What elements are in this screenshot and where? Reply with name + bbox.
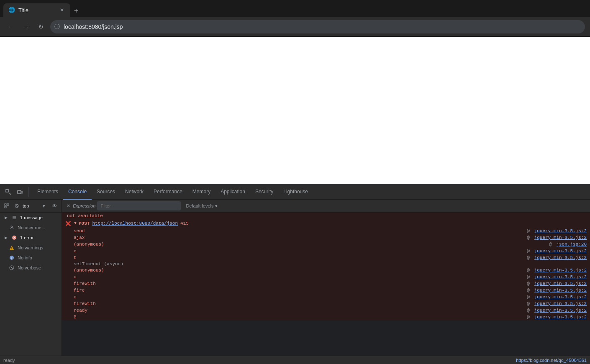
devtools-main: ✕ Expression Default levels ▾ not availa… xyxy=(62,200,590,356)
console-expression-close[interactable]: ✕ xyxy=(65,203,71,209)
stack-loc-send: @ jquery.min-3.5.js:2 xyxy=(527,228,587,233)
stack-frame-c2: c @ jquery.min-3.5.js:2 xyxy=(62,294,590,300)
stack-loc-anon1: @ json.jsp:20 xyxy=(549,242,587,247)
not-available-row: not available xyxy=(62,213,590,220)
eye-button[interactable]: 👁 xyxy=(50,201,59,210)
back-button[interactable]: ← xyxy=(5,21,17,33)
reload-button[interactable]: ↻ xyxy=(35,21,47,33)
svg-line-9 xyxy=(17,206,18,207)
svg-text:✕: ✕ xyxy=(13,236,16,240)
stack-frame-e: e @ jquery.min-3.5.js:2 xyxy=(62,248,590,254)
stack-loc-e: @ jquery.min-3.5.js:2 xyxy=(527,249,587,254)
svg-point-13 xyxy=(11,226,13,228)
stack-frame-anon2: (anonymous) @ jquery.min-3.5.js:2 xyxy=(62,267,590,274)
tab-strip: 🌐 Title ✕ + xyxy=(3,0,587,17)
browser-toolbar: ← → ↻ ⓘ xyxy=(0,17,590,37)
new-tab-button[interactable]: + xyxy=(70,5,82,17)
page-content xyxy=(0,37,590,184)
inspect-element-button[interactable] xyxy=(3,187,13,197)
svg-rect-5 xyxy=(5,206,6,208)
address-input[interactable] xyxy=(50,20,585,33)
devtools-statusbar: ready https://blog.csdn.net/qq_45004361 xyxy=(0,356,590,364)
svg-text:i: i xyxy=(11,256,12,260)
sidebar-toolbar: top ▾ 👁 xyxy=(0,200,62,213)
tab-sources[interactable]: Sources xyxy=(92,185,120,200)
console-toolbar: ✕ Expression Default levels ▾ xyxy=(62,200,590,213)
sidebar-item-errors[interactable]: ▶ ✕ 1 error xyxy=(0,233,62,243)
error-indicator: ❌ xyxy=(65,221,71,226)
chevron-down-icon: ▾ xyxy=(215,203,218,209)
tab-elements[interactable]: Elements xyxy=(32,185,63,200)
info-label: No info xyxy=(18,255,32,260)
devtools-sidebar: top ▾ 👁 ▶ 1 message xyxy=(0,200,62,356)
stack-name-firewith2: fireWith xyxy=(74,301,157,306)
stack-loc-anon2: @ jquery.min-3.5.js:2 xyxy=(527,268,587,273)
sidebar-icon-btn2[interactable] xyxy=(13,202,21,210)
sidebar-item-verbose[interactable]: No verbose xyxy=(0,263,62,273)
devtools-icon-group xyxy=(3,187,29,197)
stack-loc-ajax: @ jquery.min-3.5.js:2 xyxy=(527,235,587,240)
stack-name-anon1: (anonymous) xyxy=(74,242,157,247)
sidebar-item-user[interactable]: No user me... xyxy=(0,223,62,233)
tab-close-button[interactable]: ✕ xyxy=(59,7,65,13)
sidebar-item-warnings[interactable]: ! No warnings xyxy=(0,243,62,253)
tab-network[interactable]: Network xyxy=(120,185,149,200)
stack-loc-c1: @ jquery.min-3.5.js:2 xyxy=(527,274,587,279)
tab-favicon: 🌐 xyxy=(8,7,15,13)
stack-name-ajax: ajax xyxy=(74,235,157,240)
status-text: ready xyxy=(3,358,15,363)
tab-security[interactable]: Security xyxy=(250,185,278,200)
address-bar-wrap: ⓘ xyxy=(50,20,585,33)
verbose-label: No verbose xyxy=(18,265,41,270)
verbose-icon xyxy=(8,264,15,271)
stack-frame-ajax: ajax @ jquery.min-3.5.js:2 xyxy=(62,234,590,241)
stack-frame-fire: fire @ jquery.min-3.5.js:2 xyxy=(62,287,590,294)
error-expand[interactable]: ▼ xyxy=(73,221,78,226)
status-link[interactable]: https://blog.csdn.net/qq_45004361 xyxy=(516,358,587,363)
stack-loc-c2: @ jquery.min-3.5.js:2 xyxy=(527,295,587,300)
async-label: setTimeout (async) xyxy=(74,261,123,267)
forward-button[interactable]: → xyxy=(20,21,32,33)
stack-name-t: t xyxy=(74,255,157,260)
sidebar-item-messages[interactable]: ▶ 1 message xyxy=(0,213,62,223)
svg-rect-4 xyxy=(5,204,6,205)
errors-label: 1 error xyxy=(20,235,33,240)
tab-console[interactable]: Console xyxy=(63,185,92,200)
user-label: No user me... xyxy=(18,225,45,230)
stack-name-c2: c xyxy=(74,295,157,300)
expression-label: Expression xyxy=(73,203,95,208)
sidebar-icon-btn1[interactable] xyxy=(3,202,11,210)
stack-frame-ready: ready @ jquery.min-3.5.js:2 xyxy=(62,307,590,314)
tab-lighthouse[interactable]: Lighthouse xyxy=(278,185,313,200)
context-dropdown-arrow[interactable]: ▾ xyxy=(40,202,48,210)
stack-name-c1: c xyxy=(74,274,157,279)
error-url-link[interactable]: http://localhost:8080/data/json xyxy=(92,221,178,226)
warning-icon: ! xyxy=(8,244,15,251)
active-tab[interactable]: 🌐 Title ✕ xyxy=(3,3,70,17)
stack-name-send: send xyxy=(74,228,157,233)
stack-frame-settimeout: setTimeout (async) xyxy=(62,261,590,267)
stack-loc-ready: @ jquery.min-3.5.js:2 xyxy=(527,308,587,313)
filter-input[interactable] xyxy=(97,201,181,210)
stack-name-firewith1: fireWith xyxy=(74,281,157,286)
tab-application[interactable]: Application xyxy=(215,185,250,200)
error-post-row[interactable]: ❌ ▼ POST http://localhost:8080/data/json… xyxy=(62,220,590,228)
stack-frame-c1: c @ jquery.min-3.5.js:2 xyxy=(62,274,590,280)
svg-text:!: ! xyxy=(11,247,12,250)
stack-loc-fire: @ jquery.min-3.5.js:2 xyxy=(527,288,587,293)
stack-loc-firewith2: @ jquery.min-3.5.js:2 xyxy=(527,301,587,306)
stack-frame-t: t @ jquery.min-3.5.js:2 xyxy=(62,254,590,261)
devtools-body: top ▾ 👁 ▶ 1 message xyxy=(0,200,590,356)
stack-frame-firewith2: fireWith @ jquery.min-3.5.js:2 xyxy=(62,300,590,307)
console-output[interactable]: not available ❌ ▼ POST http://localhost:… xyxy=(62,213,590,356)
svg-line-1 xyxy=(9,193,11,195)
tab-performance[interactable]: Performance xyxy=(149,185,187,200)
device-toolbar-button[interactable] xyxy=(15,187,25,197)
browser-titlebar: 🌐 Title ✕ + xyxy=(0,0,590,17)
tab-memory[interactable]: Memory xyxy=(187,185,215,200)
default-levels-button[interactable]: Default levels ▾ xyxy=(182,201,221,210)
stack-frame-b: B @ jquery.min-3.5.js:2 xyxy=(62,314,590,320)
devtools-tabbar: Elements Console Sources Network Perform… xyxy=(0,185,590,200)
sidebar-item-info[interactable]: i No info xyxy=(0,253,62,263)
expand-arrow-errors: ▶ xyxy=(3,235,8,240)
